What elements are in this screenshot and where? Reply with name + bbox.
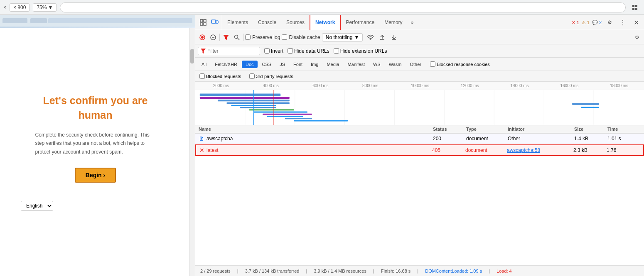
tab-performance[interactable]: Performance (341, 15, 379, 30)
row-1-time: 1.01 s (607, 136, 641, 142)
hide-data-urls-checkbox[interactable] (288, 48, 293, 54)
type-btn-font[interactable]: Font (290, 61, 306, 68)
devtools-toggle[interactable] (629, 2, 641, 13)
svg-rect-2 (632, 8, 634, 10)
tab-close-icon[interactable]: × (3, 5, 6, 10)
devtools-close-button[interactable]: ✕ (631, 17, 642, 28)
network-settings-gear[interactable]: ⚙ (632, 33, 642, 42)
search-icon[interactable] (232, 33, 241, 42)
row-2-initiator[interactable]: awscaptcha:58 (507, 147, 573, 153)
type-btn-doc[interactable]: Doc (242, 61, 258, 68)
svg-rect-46 (581, 107, 599, 108)
page-title: Let's confirm you arehuman (43, 93, 148, 122)
clear-button[interactable] (209, 33, 218, 42)
preserve-log-label[interactable]: Preserve log (245, 34, 280, 40)
address-bar[interactable] (60, 2, 626, 12)
begin-button[interactable]: Begin › (75, 168, 116, 183)
devtools-settings-icon[interactable]: ⚙ (604, 17, 615, 28)
svg-rect-3 (635, 8, 637, 10)
status-transferred: 3.7 kB / 134 kB transferred (245, 269, 300, 274)
svg-rect-5 (204, 20, 206, 22)
timeline-canvas (195, 90, 644, 125)
blocked-cookies-label[interactable]: Blocked response cookies (430, 61, 490, 67)
type-btn-manifest[interactable]: Manifest (344, 61, 369, 68)
table-empty-area (195, 156, 644, 265)
type-btn-css[interactable]: CSS (258, 61, 275, 68)
error-badge[interactable]: ✕ 1 (572, 20, 579, 25)
tab-elements[interactable]: Elements (222, 15, 253, 30)
warning-badge[interactable]: ⚠ 1 (582, 20, 590, 25)
type-btn-fetch[interactable]: Fetch/XHR (211, 61, 241, 68)
svg-rect-6 (200, 23, 203, 25)
devtools-select-icon[interactable] (198, 17, 209, 28)
invert-checkbox[interactable] (264, 48, 270, 54)
invert-label[interactable]: Invert (264, 48, 283, 54)
type-btn-media[interactable]: Media (323, 61, 343, 68)
blocked-cookies-checkbox[interactable] (430, 61, 435, 67)
filter-icon[interactable] (221, 33, 231, 42)
type-btn-js[interactable]: JS (276, 61, 289, 68)
blocked-requests-label[interactable]: Blocked requests (199, 73, 241, 79)
page-subtitle: Complete the security check before conti… (35, 131, 156, 156)
type-btn-wasm[interactable]: Wasm (385, 61, 406, 68)
third-party-checkbox[interactable] (249, 73, 255, 79)
tick-4000: 4000 ms (246, 83, 296, 88)
network-action-icons (366, 33, 398, 42)
devtools-responsive-icon[interactable] (209, 17, 220, 28)
blocked-requests-checkbox[interactable] (199, 73, 205, 79)
svg-marker-14 (223, 35, 229, 40)
svg-rect-4 (200, 20, 203, 22)
timeline-ruler: 2000 ms 4000 ms 6000 ms 8000 ms 10000 ms… (195, 82, 644, 90)
tab-sources[interactable]: Sources (281, 15, 310, 30)
page-scrollbar[interactable] (189, 28, 195, 276)
timeline-area: 2000 ms 4000 ms 6000 ms 8000 ms 10000 ms… (195, 82, 644, 125)
tab-console[interactable]: Console (253, 15, 281, 30)
status-bar: 2 / 29 requests | 3.7 kB / 134 kB transf… (195, 265, 644, 276)
hide-ext-urls-checkbox[interactable] (334, 48, 339, 54)
error-icon: ✕ (199, 147, 204, 154)
svg-marker-22 (201, 49, 206, 54)
col-name: Name (199, 127, 433, 132)
svg-rect-45 (572, 103, 599, 105)
hide-data-urls-label[interactable]: Hide data URLs (288, 48, 329, 54)
preserve-log-checkbox[interactable] (245, 34, 251, 40)
filter-bar: Invert Hide data URLs Hide extension URL… (195, 44, 644, 58)
svg-rect-42 (294, 120, 348, 121)
table-row-error[interactable]: ✕ latest 405 document awscaptcha:58 2.3 … (195, 144, 644, 156)
type-btn-other[interactable]: Other (406, 61, 425, 68)
row-2-time: 1.76 (607, 147, 640, 153)
type-filter-bar: All Fetch/XHR Doc CSS JS Font Img Media … (195, 58, 644, 71)
page-scroll-thumb[interactable] (190, 49, 194, 64)
hide-ext-urls-label[interactable]: Hide extension URLs (334, 48, 387, 54)
download-icon[interactable] (389, 33, 398, 42)
svg-point-17 (370, 39, 371, 40)
language-select[interactable]: English (21, 201, 53, 211)
svg-rect-38 (253, 111, 307, 112)
record-button[interactable] (198, 33, 207, 42)
tab-network[interactable]: Network (310, 15, 341, 30)
filter-input-wrap[interactable] (198, 47, 260, 55)
filter-funnel-icon (201, 49, 206, 54)
status-load: Load: 4 (497, 269, 512, 274)
type-btn-all[interactable]: All (198, 61, 210, 68)
throttling-select[interactable]: No throttling ▼ (322, 33, 363, 42)
filter-input[interactable] (207, 48, 249, 54)
table-row[interactable]: 🗎 awscaptcha 200 document Other 1.4 kB 1… (195, 134, 644, 144)
tab-memory[interactable]: Memory (379, 15, 407, 30)
disable-cache-label[interactable]: Disable cache (282, 34, 320, 40)
col-time: Time (607, 127, 641, 132)
type-btn-ws[interactable]: WS (369, 61, 384, 68)
third-party-label[interactable]: 3rd-party requests (249, 73, 293, 79)
tick-12000: 12000 ms (445, 83, 495, 88)
svg-rect-36 (240, 107, 276, 108)
zoom-control[interactable]: 75% ▼ (33, 3, 57, 12)
wifi-icon[interactable] (366, 33, 375, 42)
disable-cache-checkbox[interactable] (282, 34, 287, 40)
info-badge[interactable]: 💬 2 (592, 20, 602, 25)
type-btn-img[interactable]: Img (307, 61, 322, 68)
tick-14000: 14000 ms (495, 83, 545, 88)
upload-icon[interactable] (378, 33, 387, 42)
devtools-kebab-icon[interactable]: ⋮ (617, 17, 628, 28)
tab-more[interactable]: » (407, 15, 417, 30)
browser-top-bar: × × 800 75% ▼ (0, 0, 644, 15)
